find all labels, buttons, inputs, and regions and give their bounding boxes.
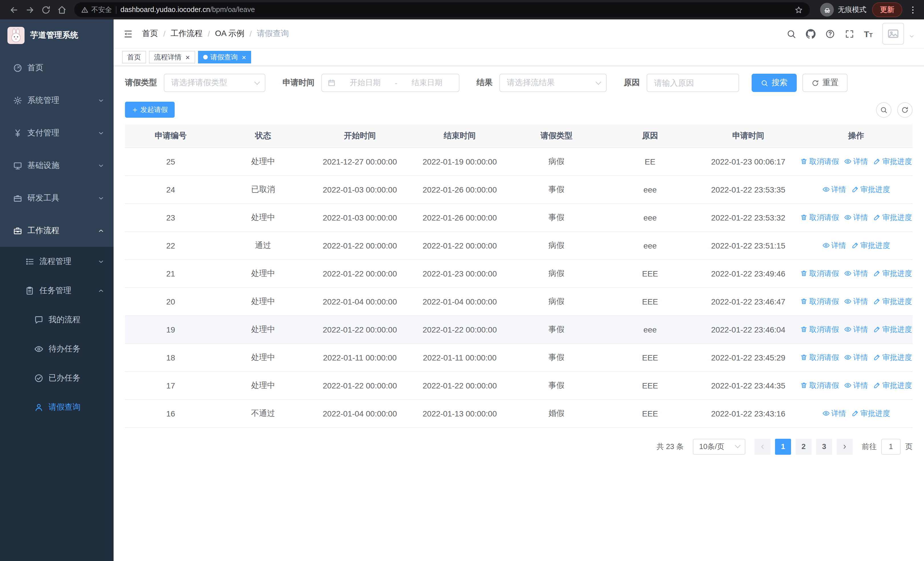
progress-link[interactable]: 审批进度: [851, 184, 890, 194]
cancel-leave-link[interactable]: 取消请假: [800, 352, 839, 362]
result-select[interactable]: 请选择流结果: [500, 74, 607, 92]
sidebar-item[interactable]: 首页: [0, 51, 114, 84]
address-bar[interactable]: 不安全 dashboard.yudao.iocoder.cn/bpm/oa/le…: [74, 2, 810, 17]
cancel-leave-link[interactable]: 取消请假: [800, 324, 839, 334]
cell-end: 2022-01-13 00:00:00: [410, 399, 510, 427]
progress-link[interactable]: 审批进度: [873, 296, 912, 307]
cancel-leave-link[interactable]: 取消请假: [800, 380, 839, 391]
user-avatar[interactable]: [882, 23, 904, 45]
trash-icon: [800, 298, 808, 305]
cancel-leave-link[interactable]: 取消请假: [800, 212, 839, 223]
security-warning[interactable]: 不安全: [81, 5, 112, 15]
detail-link[interactable]: 详情: [844, 380, 868, 391]
collapse-sidebar-button[interactable]: [123, 28, 134, 39]
progress-link[interactable]: 审批进度: [873, 212, 912, 223]
page-button[interactable]: 3: [816, 438, 832, 454]
cell-status: 处理中: [216, 287, 310, 315]
app-logo[interactable]: 芋道管理系统: [0, 20, 114, 51]
sidebar-item[interactable]: 已办任务: [0, 363, 114, 393]
detail-link[interactable]: 详情: [822, 184, 846, 194]
close-icon[interactable]: ×: [186, 53, 190, 61]
trash-icon: [800, 353, 808, 361]
edit-icon: [873, 214, 880, 221]
help-button[interactable]: [825, 29, 835, 39]
sidebar-item[interactable]: 待办任务: [0, 334, 114, 363]
sidebar-item[interactable]: 基础设施: [0, 149, 114, 182]
user-menu-caret[interactable]: [909, 31, 915, 41]
sidebar-item[interactable]: 任务管理: [0, 276, 114, 305]
sidebar-item[interactable]: 支付管理: [0, 117, 114, 149]
progress-link[interactable]: 审批进度: [873, 324, 912, 334]
edit-icon: [851, 186, 859, 193]
detail-link[interactable]: 详情: [844, 352, 868, 362]
page-button[interactable]: 1: [775, 438, 791, 454]
prev-page-button[interactable]: [754, 438, 771, 454]
detail-link[interactable]: 详情: [844, 296, 868, 307]
tab[interactable]: 首页: [122, 51, 146, 63]
back-button[interactable]: [6, 2, 22, 18]
sidebar-item[interactable]: 系统管理: [0, 84, 114, 117]
browser-update-button[interactable]: 更新: [872, 2, 902, 17]
detail-link[interactable]: 详情: [844, 212, 868, 223]
done-icon: [34, 373, 44, 382]
create-leave-button[interactable]: 发起请假: [125, 102, 175, 118]
next-page-button[interactable]: [837, 438, 853, 454]
header-search-button[interactable]: [786, 29, 796, 39]
breadcrumb-item[interactable]: OA 示例: [215, 29, 244, 39]
detail-link[interactable]: 详情: [822, 240, 846, 251]
progress-link[interactable]: 审批进度: [851, 240, 890, 251]
table-row: 17处理中2022-01-22 00:00:002022-01-22 00:00…: [125, 371, 913, 399]
font-size-button[interactable]: TT: [864, 29, 873, 38]
flow-icon: [25, 257, 34, 266]
cancel-leave-link[interactable]: 取消请假: [800, 296, 839, 307]
sidebar-item[interactable]: 我的流程: [0, 305, 114, 334]
progress-link[interactable]: 审批进度: [873, 352, 912, 362]
search-button[interactable]: 搜索: [752, 74, 797, 92]
briefcase-icon: [13, 226, 22, 235]
progress-link[interactable]: 审批进度: [851, 408, 890, 418]
sidebar-item[interactable]: 研发工具: [0, 182, 114, 214]
detail-link[interactable]: 详情: [844, 324, 868, 334]
cancel-leave-link[interactable]: 取消请假: [800, 268, 839, 278]
leave-type-select[interactable]: 请选择请假类型: [164, 74, 266, 92]
browser-menu-button[interactable]: [907, 2, 918, 18]
home-button[interactable]: [54, 2, 70, 18]
toggle-search-button[interactable]: [876, 102, 891, 117]
close-icon[interactable]: ×: [242, 53, 246, 61]
app-window: 芋道管理系统 首页系统管理支付管理基础设施研发工具工作流程 流程管理任务管理我的…: [0, 20, 924, 561]
forward-button[interactable]: [22, 2, 38, 18]
sidebar-main-menu: 芋道管理系统 首页系统管理支付管理基础设施研发工具工作流程: [0, 20, 114, 247]
eye-icon: [822, 186, 830, 193]
cell-id: 24: [125, 175, 216, 203]
breadcrumb-item[interactable]: 首页: [142, 29, 158, 39]
progress-link[interactable]: 审批进度: [873, 380, 912, 391]
progress-link[interactable]: 审批进度: [873, 268, 912, 278]
apply-time-range-picker[interactable]: 开始日期 - 结束日期: [321, 74, 459, 92]
app-header: 首页/工作流程/OA 示例/请假查询 TT: [114, 20, 924, 48]
tab[interactable]: 流程详情×: [149, 51, 195, 63]
tab[interactable]: 请假查询×: [198, 51, 251, 63]
detail-link[interactable]: 详情: [844, 268, 868, 278]
progress-link[interactable]: 审批进度: [873, 156, 912, 167]
breadcrumb-item[interactable]: 工作流程: [171, 29, 202, 39]
reload-button[interactable]: [38, 2, 54, 18]
incognito-indicator: 无痕模式: [820, 3, 866, 17]
bookmark-star-icon[interactable]: [795, 5, 803, 15]
page-content: 请假类型 请选择请假类型 申请时间 开始日期 - 结束日期: [114, 66, 924, 561]
detail-link[interactable]: 详情: [822, 408, 846, 418]
cell-type: 事假: [510, 175, 603, 203]
fullscreen-button[interactable]: [844, 29, 854, 39]
detail-link[interactable]: 详情: [844, 156, 868, 167]
sidebar-item[interactable]: 工作流程: [0, 214, 114, 247]
github-link[interactable]: [806, 29, 815, 39]
cell-id: 18: [125, 343, 216, 371]
page-size-select[interactable]: 10条/页: [693, 438, 746, 454]
page-button[interactable]: 2: [796, 438, 812, 454]
refresh-table-button[interactable]: [897, 102, 913, 117]
cancel-leave-link[interactable]: 取消请假: [800, 156, 839, 167]
goto-page-input[interactable]: [881, 438, 901, 454]
reason-input[interactable]: [654, 78, 732, 87]
sidebar-item[interactable]: 流程管理: [0, 247, 114, 276]
sidebar-item[interactable]: 请假查询: [0, 393, 114, 422]
reset-button[interactable]: 重置: [802, 74, 848, 92]
